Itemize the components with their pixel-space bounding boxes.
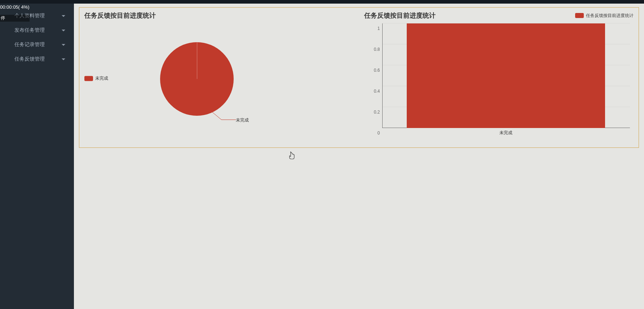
video-pause-label: 停	[0, 15, 30, 22]
pie-slice-label: 未完成	[236, 117, 249, 123]
bar-segment[interactable]: 未完成	[407, 23, 605, 128]
chevron-down-icon	[62, 58, 65, 60]
ytick: 0.8	[369, 47, 380, 52]
sidebar: 个人资料管理 发布任务管理 任务记录管理 任务反馈管理	[0, 4, 74, 309]
pie-slice[interactable]	[160, 42, 234, 116]
content-area: 任务反馈按目前进度统计 未完成 未完成	[74, 4, 644, 309]
bar-category-label: 未完成	[499, 130, 512, 136]
chevron-down-icon	[62, 44, 65, 46]
ytick: 0.6	[369, 68, 380, 73]
bar-grid: 1 0.8 0.6 0.4 0.2 0 未完成	[382, 23, 630, 128]
pie-leader-line	[211, 111, 236, 122]
chevron-down-icon	[62, 15, 65, 17]
sidebar-item-task-record[interactable]: 任务记录管理	[0, 37, 74, 52]
chevron-down-icon	[62, 30, 65, 31]
bar-legend-label: 任务反馈按目前进度统计	[586, 13, 634, 19]
ytick: 0.4	[369, 89, 380, 94]
chart-panel: 任务反馈按目前进度统计 未完成 未完成	[79, 7, 639, 148]
sidebar-item-label: 任务反馈管理	[14, 56, 45, 62]
pie-divider-line	[197, 42, 197, 79]
video-timestamp-overlay: 00:00:05( 4%) 停	[0, 4, 30, 22]
sidebar-item-label: 任务记录管理	[14, 41, 45, 48]
pie-legend-label: 未完成	[95, 75, 108, 81]
video-time-text: 00:00:05( 4%)	[0, 4, 30, 10]
bar-chart: 任务反馈按目前进度统计 任务反馈按目前进度统计 1 0.8 0.6 0.4 0.…	[359, 8, 639, 147]
bar-chart-title: 任务反馈按目前进度统计	[364, 11, 436, 20]
ytick: 1	[369, 26, 380, 31]
sidebar-item-publish-task[interactable]: 发布任务管理	[0, 23, 74, 37]
bar-legend[interactable]: 任务反馈按目前进度统计	[575, 13, 634, 19]
sidebar-item-task-feedback[interactable]: 任务反馈管理	[0, 52, 74, 66]
sidebar-item-label: 发布任务管理	[14, 27, 45, 34]
ytick: 0.2	[369, 110, 380, 115]
top-dark-bar	[0, 0, 644, 4]
ytick: 0	[369, 131, 380, 136]
legend-swatch-icon	[84, 76, 93, 81]
pie-chart-title: 任务反馈按目前进度统计	[84, 11, 354, 20]
pie-legend[interactable]: 未完成	[84, 75, 108, 81]
pie-chart: 任务反馈按目前进度统计 未完成 未完成	[79, 8, 359, 147]
legend-swatch-icon	[575, 13, 584, 18]
